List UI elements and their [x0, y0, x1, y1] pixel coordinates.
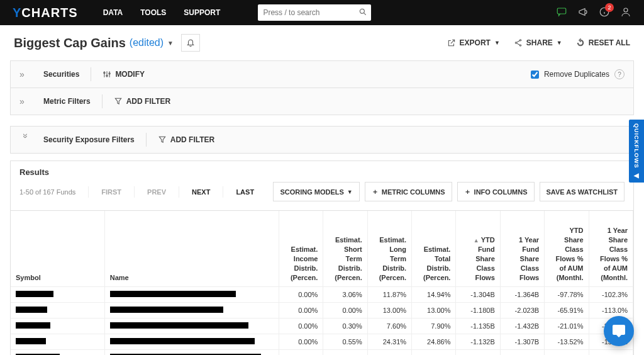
table-row[interactable]: 0.00%3.06%11.87%14.94%-1.304B-1.364B-97.…	[11, 286, 633, 302]
logo[interactable]: YCHARTS	[13, 6, 78, 20]
results-heading: Results	[11, 161, 633, 177]
quickflows-tab[interactable]: QUICKFLOWS◀	[629, 120, 644, 183]
col-c8[interactable]: 1 Year Share Class Flows % of AUM (Month…	[589, 211, 633, 286]
svg-point-9	[519, 45, 521, 46]
svg-rect-2	[557, 8, 566, 14]
svg-point-8	[515, 42, 516, 43]
metric-filters-label: Metric Filters	[43, 97, 91, 106]
svg-point-6	[624, 8, 628, 12]
page-last[interactable]: LAST	[236, 188, 254, 196]
reset-button[interactable]: RESET ALL	[576, 38, 630, 47]
col-c2[interactable]: Estimat. Short Term Distrib. (Percen.	[323, 211, 367, 286]
exposure-add-filter-button[interactable]: ADD FILTER	[158, 135, 214, 144]
edited-link[interactable]: (edited)	[130, 37, 164, 48]
securities-expand-icon[interactable]: »	[19, 69, 32, 79]
col-c4[interactable]: Estimat. Total Distrib. (Percen.	[412, 211, 456, 286]
search-icon	[358, 8, 367, 18]
announce-icon[interactable]	[577, 6, 589, 20]
metric-columns-button[interactable]: ＋METRIC COLUMNS	[365, 182, 452, 201]
user-avatar-icon[interactable]	[620, 6, 631, 20]
col-name[interactable]: Name	[104, 211, 279, 286]
metric-add-filter-button[interactable]: ADD FILTER	[114, 97, 170, 106]
page-prev[interactable]: PREV	[147, 188, 166, 196]
svg-line-1	[364, 13, 366, 15]
col-c6[interactable]: 1 Year Fund Share Class Flows	[500, 211, 544, 286]
col-c1[interactable]: Estimat. Income Distrib. (Percen.	[279, 211, 323, 286]
exposure-collapse-icon[interactable]: »	[21, 133, 31, 146]
search-input[interactable]	[258, 4, 371, 21]
table-row[interactable]: 0.00%0.30%7.60%7.90%-1.135B-1.432B-21.01…	[11, 318, 633, 334]
remove-duplicates-checkbox[interactable]	[531, 70, 539, 79]
page-title: Biggest Cap Gains	[14, 36, 126, 50]
table-row[interactable]: 0.00%0.00%13.00%13.00%-1.180B-2.023B-65.…	[11, 302, 633, 318]
sort-asc-icon: ▲	[474, 237, 479, 244]
export-icon	[447, 38, 456, 47]
notification-badge: 2	[605, 3, 614, 12]
modify-button[interactable]: MODIFY	[103, 70, 145, 79]
nav-data[interactable]: DATA	[103, 8, 123, 17]
sliders-icon	[103, 70, 111, 79]
info-icon[interactable]: 2	[599, 6, 610, 20]
page-next[interactable]: NEXT	[192, 188, 210, 196]
table-row[interactable]: 0.00%2.30%9.10%11.40%-972.42M-1.196B-12.…	[11, 349, 633, 355]
info-columns-button[interactable]: ＋INFO COLUMNS	[457, 182, 535, 201]
scoring-models-button[interactable]: SCORING MODELS▼	[273, 182, 359, 201]
nav-tools[interactable]: TOOLS	[140, 8, 166, 17]
funnel-icon	[158, 135, 167, 144]
col-c3[interactable]: Estimat. Long Term Distrib. (Percen.	[367, 211, 411, 286]
col-symbol[interactable]: Symbol	[11, 211, 104, 286]
svg-point-7	[519, 40, 521, 41]
chat-button[interactable]	[604, 316, 634, 346]
chat-bubble-icon	[611, 324, 626, 339]
title-caret-icon[interactable]: ▼	[167, 40, 174, 47]
col-c5[interactable]: ▲YTD Fund Share Class Flows	[456, 211, 500, 286]
reset-icon	[576, 38, 585, 47]
results-count: 1-50 of 167 Funds	[19, 188, 75, 196]
save-watchlist-button[interactable]: SAVE AS WATCHLIST	[540, 182, 625, 201]
help-icon[interactable]: ?	[614, 69, 625, 79]
table-row[interactable]: 0.00%0.55%24.31%24.86%-1.132B-1.307B-13.…	[11, 334, 633, 349]
share-icon	[514, 38, 523, 47]
share-button[interactable]: SHARE▼	[514, 38, 562, 47]
page-first[interactable]: FIRST	[101, 188, 121, 196]
nav-support[interactable]: SUPPORT	[184, 8, 220, 17]
alerts-button[interactable]	[181, 34, 200, 52]
bell-icon	[186, 38, 195, 47]
funnel-icon	[114, 97, 123, 106]
arrow-left-icon: ◀	[634, 172, 640, 179]
export-button[interactable]: EXPORT▼	[447, 38, 500, 47]
svg-point-0	[360, 9, 365, 13]
securities-label: Securities	[43, 70, 79, 79]
metric-expand-icon[interactable]: »	[19, 96, 32, 106]
col-c7[interactable]: YTD Share Class Flows % of AUM (Monthl.	[545, 211, 589, 286]
exposure-filters-label: Security Exposure Filters	[43, 135, 135, 144]
chat-icon[interactable]	[556, 6, 567, 20]
remove-duplicates-label: Remove Duplicates	[544, 70, 609, 79]
